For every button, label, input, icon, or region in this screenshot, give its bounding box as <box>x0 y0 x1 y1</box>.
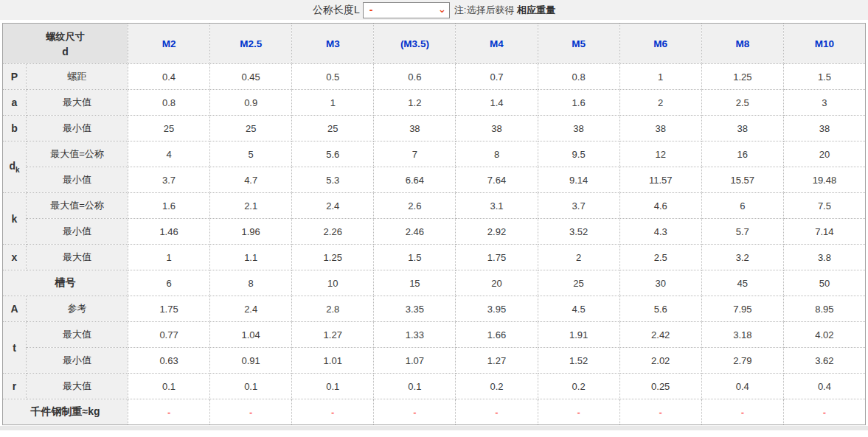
value-cell: 3.1 <box>456 193 538 219</box>
value-cell: 12 <box>619 141 701 167</box>
value-cell: 38 <box>701 116 783 141</box>
value-cell: 7.14 <box>783 219 865 245</box>
value-cell: 1.25 <box>701 64 783 90</box>
value-cell: 25 <box>128 116 210 141</box>
value-cell: 2.92 <box>456 219 538 245</box>
value-cell: 1.6 <box>538 90 619 116</box>
value-cell: 0.9 <box>210 90 292 116</box>
value-cell: 7 <box>374 141 456 167</box>
value-cell: 2.4 <box>292 193 374 219</box>
table-row: r最大值0.10.10.10.10.20.20.250.40.4 <box>3 374 866 399</box>
value-cell: 1.27 <box>456 348 538 374</box>
toolbar: 公称长度L - ⌄ 注:选择后获得 相应重量 <box>0 0 868 20</box>
value-cell: 0.8 <box>538 64 619 90</box>
value-cell: 0.1 <box>292 374 374 399</box>
value-cell: 3.35 <box>374 296 456 322</box>
value-cell: 4.7 <box>210 167 292 193</box>
value-cell: 1.75 <box>128 296 210 322</box>
value-cell: 7.64 <box>456 167 538 193</box>
table-wrap: 螺纹尺寸dM2M2.5M3(M3.5)M4M5M6M8M10P螺距0.40.45… <box>0 20 868 425</box>
row-label: 槽号 <box>3 270 128 296</box>
value-cell: 0.91 <box>210 348 292 374</box>
value-cell: 0.4 <box>701 374 783 399</box>
value-cell: 0.4 <box>783 374 865 399</box>
value-cell: 9.5 <box>538 141 619 167</box>
row-symbol-subscript: k <box>15 166 20 174</box>
value-cell: 50 <box>783 270 865 296</box>
value-cell: 1.27 <box>292 322 374 348</box>
value-cell: 0.6 <box>374 64 456 90</box>
value-cell: 4.3 <box>619 219 701 245</box>
column-header: M5 <box>538 24 619 64</box>
length-select[interactable]: - <box>363 2 450 18</box>
value-cell: 11.57 <box>619 167 701 193</box>
table-row: 槽号6810152025304550 <box>3 270 866 296</box>
value-cell: 8 <box>210 270 292 296</box>
table-row: P螺距0.40.450.50.60.70.811.251.5 <box>3 64 866 90</box>
value-cell: 1.75 <box>456 245 538 270</box>
row-label: 最大值 <box>27 374 128 399</box>
value-cell: 3.95 <box>456 296 538 322</box>
value-cell: 0.1 <box>374 374 456 399</box>
column-header: M10 <box>783 24 865 64</box>
value-cell: 6.64 <box>374 167 456 193</box>
row-symbol: k <box>3 193 27 245</box>
value-cell: 1.91 <box>538 322 619 348</box>
header-row: 螺纹尺寸dM2M2.5M3(M3.5)M4M5M6M8M10 <box>3 24 866 64</box>
row-label: 最小值 <box>27 167 128 193</box>
value-cell: 4.5 <box>538 296 619 322</box>
row-symbol: A <box>3 296 27 322</box>
value-cell: 3.8 <box>783 245 865 270</box>
corner-symbol: d <box>4 46 126 57</box>
column-header: M4 <box>456 24 538 64</box>
value-cell: 3.52 <box>538 219 619 245</box>
table-row: 最小值3.74.75.36.647.649.1411.5715.5719.48 <box>3 167 866 193</box>
value-cell: 0.7 <box>456 64 538 90</box>
column-header: M3 <box>292 24 374 64</box>
row-label: 最大值 <box>27 322 128 348</box>
length-label: 公称长度L <box>313 4 360 17</box>
value-cell: 5.6 <box>292 141 374 167</box>
value-cell: 5.3 <box>292 167 374 193</box>
value-cell: 6 <box>128 270 210 296</box>
value-cell: 1.01 <box>292 348 374 374</box>
value-cell: 1.33 <box>374 322 456 348</box>
row-symbol: a <box>3 90 27 116</box>
row-symbol: dk <box>3 141 27 193</box>
value-cell: 15.57 <box>701 167 783 193</box>
value-cell: 5.6 <box>619 296 701 322</box>
row-label: 最小值 <box>27 348 128 374</box>
value-cell: 15 <box>374 270 456 296</box>
value-cell: 1 <box>619 64 701 90</box>
column-header: M2.5 <box>210 24 292 64</box>
row-symbol: P <box>3 64 27 90</box>
value-cell: 2.46 <box>374 219 456 245</box>
row-label: 最大值=公称 <box>27 141 128 167</box>
value-cell: 1.4 <box>456 90 538 116</box>
column-header: M6 <box>619 24 701 64</box>
value-cell: 2.42 <box>619 322 701 348</box>
value-cell: 5 <box>210 141 292 167</box>
table-row: A参考1.752.42.83.353.954.55.67.958.95 <box>3 296 866 322</box>
value-cell: 2.02 <box>619 348 701 374</box>
value-cell: - <box>292 399 374 425</box>
value-cell: 2.4 <box>210 296 292 322</box>
value-cell: - <box>783 399 865 425</box>
value-cell: 2.5 <box>701 90 783 116</box>
table-row: t最大值0.771.041.271.331.661.912.423.184.02 <box>3 322 866 348</box>
value-cell: - <box>374 399 456 425</box>
value-cell: 1 <box>292 90 374 116</box>
table-row: 千件钢制重≈kg--------- <box>3 399 866 425</box>
corner-title: 螺纹尺寸 <box>4 30 126 43</box>
value-cell: 2.1 <box>210 193 292 219</box>
note-bold: 相应重量 <box>517 4 555 15</box>
row-label: 螺距 <box>27 64 128 90</box>
column-header: (M3.5) <box>374 24 456 64</box>
value-cell: 0.63 <box>128 348 210 374</box>
value-cell: 5.7 <box>701 219 783 245</box>
row-label: 参考 <box>27 296 128 322</box>
value-cell: 2.5 <box>619 245 701 270</box>
table-row: x最大值11.11.251.51.7522.53.23.8 <box>3 245 866 270</box>
value-cell: 1.5 <box>783 64 865 90</box>
value-cell: 0.45 <box>210 64 292 90</box>
